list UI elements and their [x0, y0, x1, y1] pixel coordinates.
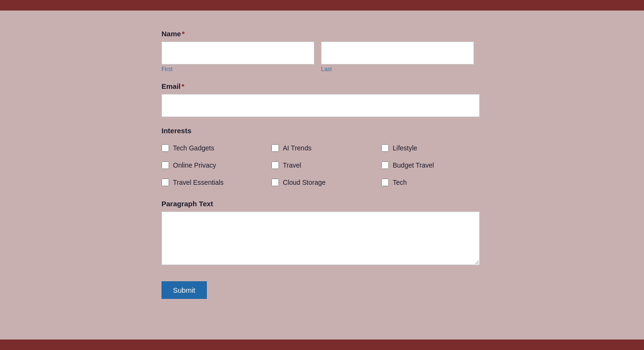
submit-button[interactable]: Submit — [161, 281, 207, 299]
name-group: Name* First Last — [161, 30, 644, 73]
email-group: Email* — [161, 82, 644, 117]
checkbox-item-budget-travel: Budget Travel — [381, 158, 491, 173]
name-row: First Last — [161, 42, 644, 73]
checkbox-label-cloud-storage[interactable]: Cloud Storage — [283, 179, 326, 186]
checkbox-label-lifestyle[interactable]: Lifestyle — [393, 144, 417, 152]
checkbox-tech-gadgets[interactable] — [161, 144, 169, 152]
checkbox-item-tech: Tech — [381, 175, 491, 190]
checkbox-label-tech[interactable]: Tech — [393, 179, 407, 186]
first-name-label: First — [161, 66, 314, 73]
paragraph-label: Paragraph Text — [161, 200, 644, 208]
first-name-input[interactable] — [161, 42, 314, 64]
checkbox-budget-travel[interactable] — [381, 161, 389, 169]
email-label: Email* — [161, 82, 644, 90]
checkbox-label-budget-travel[interactable]: Budget Travel — [393, 161, 434, 169]
last-name-wrapper: Last — [321, 42, 474, 73]
checkbox-online-privacy[interactable] — [161, 161, 169, 169]
paragraph-textarea[interactable] — [161, 212, 480, 265]
checkboxes-grid: Tech Gadgets AI Trends Lifestyle Online … — [161, 140, 644, 190]
interests-label: Interests — [161, 127, 644, 135]
checkbox-item-lifestyle: Lifestyle — [381, 140, 491, 156]
checkbox-cloud-storage[interactable] — [271, 179, 279, 186]
name-label: Name* — [161, 30, 644, 38]
checkbox-label-tech-gadgets[interactable]: Tech Gadgets — [173, 144, 214, 152]
last-name-input[interactable] — [321, 42, 474, 64]
last-name-label: Last — [321, 66, 474, 73]
checkbox-item-online-privacy: Online Privacy — [161, 158, 271, 173]
checkbox-label-travel[interactable]: Travel — [283, 161, 301, 169]
top-bar — [0, 0, 644, 11]
checkbox-item-tech-gadgets: Tech Gadgets — [161, 140, 271, 156]
first-name-wrapper: First — [161, 42, 314, 73]
checkbox-label-ai-trends[interactable]: AI Trends — [283, 144, 311, 152]
checkbox-travel-essentials[interactable] — [161, 179, 169, 186]
checkbox-item-travel-essentials: Travel Essentials — [161, 175, 271, 190]
paragraph-group: Paragraph Text — [161, 200, 644, 267]
form-container: Name* First Last Email* Interests Tech G… — [0, 11, 644, 318]
interests-group: Interests Tech Gadgets AI Trends Lifesty… — [161, 127, 644, 190]
email-input[interactable] — [161, 94, 480, 117]
checkbox-item-cloud-storage: Cloud Storage — [271, 175, 381, 190]
checkbox-lifestyle[interactable] — [381, 144, 389, 152]
checkbox-ai-trends[interactable] — [271, 144, 279, 152]
checkbox-item-travel: Travel — [271, 158, 381, 173]
bottom-bar — [0, 339, 644, 350]
checkbox-label-online-privacy[interactable]: Online Privacy — [173, 161, 216, 169]
checkbox-travel[interactable] — [271, 161, 279, 169]
checkbox-item-ai-trends: AI Trends — [271, 140, 381, 156]
checkbox-tech[interactable] — [381, 179, 389, 186]
checkbox-label-travel-essentials[interactable]: Travel Essentials — [173, 179, 224, 186]
